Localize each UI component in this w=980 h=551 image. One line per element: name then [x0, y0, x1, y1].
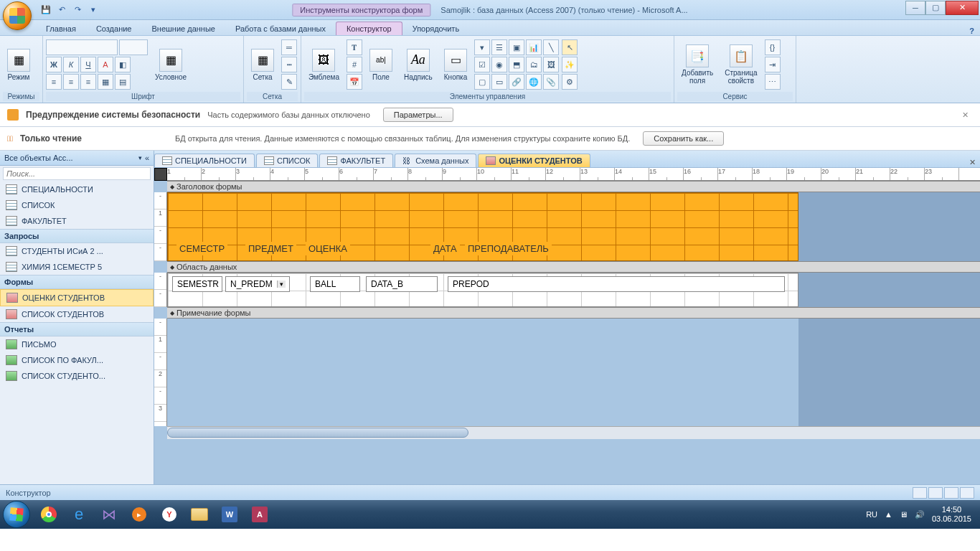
subform-icon[interactable]: ▣	[509, 39, 524, 55]
form-control[interactable]: SEMESTR	[172, 276, 222, 292]
tab-arrange[interactable]: Упорядочить	[402, 22, 469, 35]
activex-icon[interactable]: ⚙	[562, 74, 578, 90]
alt-row-icon[interactable]: ▤	[115, 74, 131, 90]
access-icon[interactable]: A	[245, 502, 274, 527]
undo-icon[interactable]: ↶	[56, 4, 67, 16]
pagenum-icon[interactable]: #	[347, 57, 362, 72]
search-input[interactable]	[3, 167, 151, 180]
form-label[interactable]: СЕМЕСТР	[176, 242, 227, 255]
section-detail-bar[interactable]: Область данных	[167, 261, 980, 273]
maximize-button[interactable]: ▢	[925, 1, 946, 15]
tray-volume-icon[interactable]: 🔊	[915, 510, 925, 519]
tab-ctrl-icon[interactable]: 🗂	[526, 57, 542, 72]
form-label[interactable]: ПРЕПОДАВАТЕЛЬ	[465, 242, 552, 255]
form-header-section[interactable]: СЕМЕСТРПРЕДМЕТОЦЕНКАДАТАПРЕПОДАВАТЕЛЬ	[167, 192, 798, 261]
form-control[interactable]: BALL	[310, 276, 360, 292]
form-control[interactable]: DATA_B	[366, 276, 438, 292]
security-options-button[interactable]: Параметры...	[383, 108, 453, 122]
save-icon[interactable]: 💾	[40, 4, 52, 16]
doc-tab[interactable]: ⛓Схема данных	[395, 154, 476, 167]
align-right-icon[interactable]: ≡	[80, 74, 96, 90]
nav-item[interactable]: ХИМИЯ 1СЕМЕСТР 5	[0, 259, 154, 275]
nav-group-header[interactable]: Запросы	[0, 229, 154, 243]
checkbox-icon[interactable]: ☑	[474, 57, 490, 72]
doc-tab[interactable]: ФАКУЛЬТЕТ	[319, 154, 393, 167]
datetime-icon[interactable]: 📅	[347, 74, 362, 90]
section-footer-bar[interactable]: Примечание формы	[167, 307, 980, 319]
select-icon[interactable]: ↖	[562, 39, 578, 55]
hyperlink-icon[interactable]: 🌐	[526, 74, 542, 90]
fill-color-icon[interactable]: ◧	[115, 57, 131, 72]
font-name[interactable]	[46, 39, 118, 55]
button-control[interactable]: ▭ Кнопка	[440, 47, 471, 83]
lang-indicator[interactable]: RU	[866, 510, 877, 519]
rect-icon[interactable]: ▭	[491, 74, 507, 90]
yandex-icon[interactable]: Y	[155, 502, 184, 527]
nav-header[interactable]: Все объекты Acc... ▾ «	[0, 151, 154, 166]
tab-home[interactable]: Главная	[36, 22, 86, 35]
align-center-icon[interactable]: ≡	[63, 74, 79, 90]
form-view-icon[interactable]	[913, 487, 927, 499]
nav-item[interactable]: СПИСОК СТУДЕНТОВ	[0, 306, 154, 322]
nav-item[interactable]: СПИСОК	[0, 197, 154, 213]
textbox-button[interactable]: ab| Поле	[365, 47, 397, 83]
attach-icon[interactable]: 📎	[543, 74, 559, 90]
line-icon[interactable]: ╲	[543, 39, 559, 55]
nav-item[interactable]: СПИСОК СТУДЕНТО...	[0, 368, 154, 384]
doc-tab[interactable]: ОЦЕНКИ СТУДЕНТОВ	[478, 154, 590, 167]
align-left-icon[interactable]: ≡	[46, 74, 62, 90]
property-sheet-button[interactable]: 📋 Страница свойств	[720, 43, 761, 86]
nav-group-header[interactable]: Формы	[0, 275, 154, 289]
tab-create[interactable]: Создание	[86, 22, 142, 35]
font-color-icon[interactable]: A	[98, 57, 113, 72]
save-as-button[interactable]: Сохранить как...	[643, 131, 724, 146]
explorer-icon[interactable]	[185, 502, 214, 527]
form-label[interactable]: ДАТА	[430, 242, 460, 255]
help-icon[interactable]: ?	[969, 27, 974, 35]
tab-close-icon[interactable]: ✕	[969, 158, 976, 167]
minimize-button[interactable]: ─	[905, 1, 925, 15]
office-button[interactable]	[3, 1, 32, 30]
doc-tab[interactable]: СПЕЦИАЛЬНОСТИ	[154, 154, 255, 167]
chrome-icon[interactable]	[34, 502, 63, 527]
image-icon[interactable]: 🖼	[543, 57, 559, 72]
conditional-button[interactable]: ▦ Условное	[151, 47, 191, 83]
form-label[interactable]: ПРЕДМЕТ	[245, 242, 296, 255]
wizard-icon[interactable]: ✨	[562, 57, 578, 72]
misc-icon[interactable]: ⋯	[765, 74, 781, 90]
collapse-icon[interactable]: «	[145, 154, 149, 162]
grid-button[interactable]: ▦ Сетка	[247, 47, 278, 83]
security-close-icon[interactable]: ✕	[958, 110, 973, 120]
option-icon[interactable]: ◉	[491, 57, 507, 72]
bold-button[interactable]: Ж	[46, 57, 62, 72]
tray-network-icon[interactable]: 🖥	[900, 510, 908, 519]
form-designer[interactable]: 1 2 3 4 5 6 7 8 9 10 11 12 13 14 15 16 1…	[154, 168, 980, 484]
nav-item[interactable]: СТУДЕНТЫ ИСиА 2 ...	[0, 243, 154, 259]
bound-icon[interactable]: 🔗	[509, 74, 524, 90]
doc-tab[interactable]: СПИСОК	[256, 154, 318, 167]
horizontal-scrollbar[interactable]	[167, 426, 980, 439]
emblem-button[interactable]: 🖼 Эмблема	[304, 47, 344, 83]
nav-item[interactable]: СПЕЦИАЛЬНОСТИ	[0, 182, 154, 197]
nav-item[interactable]: СПИСОК ПО ФАКУЛ...	[0, 352, 154, 368]
line-width-icon[interactable]: ═	[281, 39, 297, 55]
form-label[interactable]: ОЦЕНКА	[306, 242, 350, 255]
title-icon[interactable]: 𝐓	[347, 39, 362, 55]
taborder-icon[interactable]: ⇥	[765, 57, 781, 72]
tab-design[interactable]: Конструктор	[336, 22, 402, 35]
ie-icon[interactable]: e	[65, 502, 93, 527]
list-icon[interactable]: ☰	[491, 39, 507, 55]
qat-more-icon[interactable]: ▾	[88, 4, 99, 16]
ruler-corner[interactable]	[154, 168, 167, 181]
label-button[interactable]: Aa Надпись	[400, 47, 437, 83]
frame-icon[interactable]: ▢	[474, 74, 490, 90]
chart-icon[interactable]: 📊	[526, 39, 542, 55]
nav-item[interactable]: ПИСЬМО	[0, 336, 154, 352]
nav-group-header[interactable]: Отчеты	[0, 322, 154, 336]
tray-flag-icon[interactable]: ▲	[885, 510, 892, 519]
underline-button[interactable]: Ч	[80, 57, 96, 72]
italic-button[interactable]: К	[63, 57, 79, 72]
font-size[interactable]	[119, 39, 148, 55]
design-view-icon[interactable]	[960, 487, 974, 499]
combo-icon[interactable]: ▾	[474, 39, 490, 55]
